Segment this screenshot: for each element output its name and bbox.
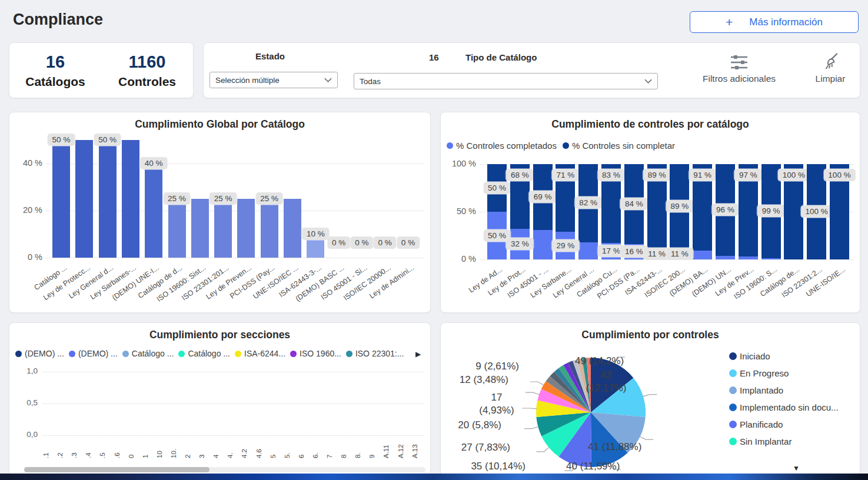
legend-dot <box>178 351 185 357</box>
legend-item[interactable]: (DEMO) ... <box>15 349 64 358</box>
legend-item[interactable]: Planificado <box>729 419 783 429</box>
chart-global-plot: 0 %20 %40 %Catálogo ...Ley de Protecc...… <box>9 112 430 312</box>
pie-callout-line-text: 40 (11,59%) <box>566 460 648 473</box>
legend-dot <box>729 369 737 377</box>
pie-callout-label: 9 (2,61%) <box>441 360 519 373</box>
legend-dot <box>122 351 129 357</box>
pie-callout-line-text: 35 (10,14%) <box>443 460 526 473</box>
y-axis-tick: 0 % <box>16 252 42 262</box>
bar[interactable] <box>261 199 278 258</box>
bar[interactable] <box>168 199 186 258</box>
legend-item[interactable]: Implantado <box>729 385 783 395</box>
legend-label: Sin Implantar <box>740 436 791 446</box>
chart-global-card: Cumplimiento Global por Catálogo 0 %20 %… <box>9 112 431 313</box>
legend-label: % Controles sin completar <box>572 141 675 151</box>
bar-completados[interactable] <box>693 251 712 259</box>
legend-item[interactable]: Sin Implantar <box>729 436 791 446</box>
bar-completados[interactable] <box>578 242 598 259</box>
legend-dot <box>235 351 241 357</box>
legend-dot <box>290 351 297 357</box>
data-label: 99 % <box>757 205 785 217</box>
bar-completados[interactable] <box>533 230 553 259</box>
estado-dropdown[interactable]: Selección múltiple <box>209 72 338 88</box>
pie-callout-line-text: 49 (14,2%) <box>575 355 651 368</box>
y-axis-tick: 50 % <box>445 206 476 216</box>
x-axis-category: 7 <box>326 455 333 458</box>
sliders-icon <box>729 54 749 71</box>
legend-dot <box>729 404 737 411</box>
legend-label: Iniciado <box>740 351 770 361</box>
legend-item[interactable]: ISO 22301:... <box>346 349 404 358</box>
bar[interactable] <box>75 140 93 258</box>
bar[interactable] <box>237 199 255 258</box>
bar-completados[interactable] <box>739 256 758 259</box>
legend-item[interactable]: Iniciado <box>729 351 770 361</box>
x-axis-category: 6 <box>298 455 305 458</box>
bar[interactable] <box>191 199 209 258</box>
legend: % Controles completados% Controles sin c… <box>447 141 675 151</box>
more-info-button[interactable]: + Más información <box>690 11 859 33</box>
pie-callout-label: 42(12,17%) <box>581 369 631 395</box>
legend-dot <box>729 421 737 428</box>
more-info-label: Más información <box>749 16 823 28</box>
chart-secciones-card: Cumplimiento por secciones (DEMO) ...(DE… <box>9 322 431 474</box>
h-scrollbar-thumb[interactable] <box>24 467 209 472</box>
legend-dot <box>15 351 22 357</box>
filtros-adicionales-button[interactable]: Filtros adicionales <box>692 54 786 84</box>
bar-completados[interactable] <box>716 256 735 259</box>
x-axis-category: 10 <box>156 451 163 458</box>
legend-dot <box>346 351 352 357</box>
x-axis-category: 4. <box>227 452 234 458</box>
bar[interactable] <box>145 164 162 258</box>
bar[interactable] <box>214 199 232 258</box>
legend-item[interactable]: (DEMO) ... <box>69 349 118 358</box>
data-label: 0 % <box>327 236 350 249</box>
legend-dot <box>729 386 737 394</box>
callout-line <box>522 408 537 409</box>
x-axis-category: 1 <box>142 455 149 458</box>
legend-item[interactable]: Catálogo ... <box>178 349 230 358</box>
bar[interactable] <box>52 140 70 258</box>
tipo-count: 16 <box>429 52 439 62</box>
page-title: Compliance <box>13 11 103 29</box>
data-label: 25 % <box>255 192 283 205</box>
callout-line <box>530 382 544 385</box>
legend-item[interactable]: % Controles sin completar <box>563 141 675 151</box>
data-label: 89 % <box>666 200 694 212</box>
data-label: 97 % <box>734 169 762 181</box>
data-label: 100 % <box>778 169 810 181</box>
x-axis-category: .3 <box>71 452 78 458</box>
bar[interactable] <box>99 140 117 258</box>
legend-item[interactable]: Implementado sin docu... <box>729 402 839 412</box>
expand-down-icon[interactable]: ▼ <box>793 464 800 472</box>
pie-callout-label: 17(4,93%) <box>473 391 520 417</box>
bar[interactable] <box>284 199 301 258</box>
legend-item[interactable]: ISO 1960... <box>290 349 341 358</box>
legend-item[interactable]: % Controles completados <box>447 141 557 151</box>
bar[interactable] <box>122 140 139 258</box>
legend-label: Planificado <box>740 419 783 429</box>
legend-item[interactable]: En Progreso <box>729 368 789 378</box>
data-label: 71 % <box>552 169 580 181</box>
x-axis-category: 4.2 <box>241 449 248 458</box>
x-axis-category: .6 <box>114 452 121 458</box>
pie-callout-line-text: 20 (5,8%) <box>441 419 501 432</box>
data-label: 10 % <box>302 228 330 240</box>
callout-line <box>524 427 539 429</box>
legend-scroll-right-icon[interactable]: ▶ <box>415 350 421 358</box>
y-axis-tick: 0,5 <box>15 398 38 407</box>
limpiar-button[interactable]: Limpiar <box>807 52 854 84</box>
bar-completados[interactable] <box>761 258 781 259</box>
data-label: 84 % <box>620 198 648 210</box>
legend-item[interactable]: ISA-6244... <box>235 349 285 358</box>
pie-callout-line-text: 17 <box>473 391 520 404</box>
tipo-dropdown[interactable]: Todas <box>354 73 658 89</box>
chevron-down-icon <box>324 78 332 82</box>
pie-callout-label: 41 (11,88%) <box>588 441 670 454</box>
legend-item[interactable]: Catálogo ... <box>122 349 174 358</box>
callout-line <box>643 395 657 397</box>
pie-callout-label: 12 (3,48%) <box>441 374 508 386</box>
kpi-card: 16 Catálogos 1160 Controles <box>9 42 194 98</box>
pie-callout-line-text: 12 (3,48%) <box>441 374 508 386</box>
legend-label: ISA-6244... <box>244 349 285 358</box>
